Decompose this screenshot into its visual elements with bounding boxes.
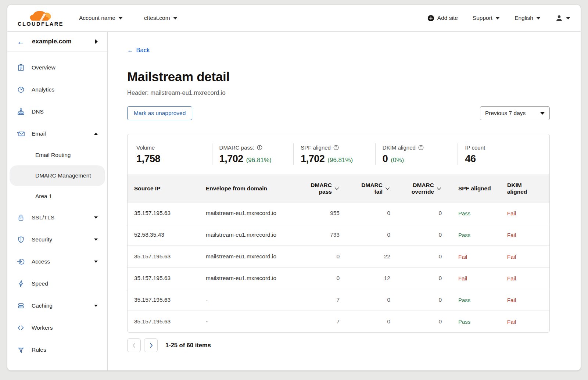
sidebar-site-name[interactable]: example.com — [32, 38, 88, 45]
info-icon[interactable] — [257, 145, 262, 150]
sidebar-item-workers[interactable]: Workers — [7, 317, 107, 339]
column-header-dmarc-override[interactable]: DMARC override — [393, 182, 445, 195]
stat-value: 1,702 — [301, 153, 325, 165]
add-site-button[interactable]: Add site — [427, 15, 458, 22]
site-menu-label: cftest.com — [144, 15, 170, 21]
cloudflare-logo[interactable]: CLOUDFLARE — [18, 9, 64, 27]
stat-value: 1,702 — [219, 153, 243, 165]
sidebar-item-ssl-tls[interactable]: SSL/TLS — [7, 207, 107, 229]
sidebar-item-analytics[interactable]: Analytics — [7, 79, 107, 101]
pie-chart-icon — [17, 86, 25, 94]
table-row[interactable]: 35.157.195.63 - 7 0 0 Pass Fail — [128, 289, 549, 311]
table-row[interactable]: 35.157.195.63 mailstream-eu1.mxrecord.io… — [128, 202, 549, 224]
stat-value: 46 — [465, 153, 476, 165]
sidebar-item-dns[interactable]: DNS — [7, 101, 107, 123]
table-row[interactable]: 35.157.195.63 - 7 0 0 Pass Fail — [128, 311, 549, 332]
cell-source-ip: 35.157.195.63 — [128, 297, 199, 303]
sidebar: ← example.com Overview — [7, 32, 108, 370]
table-row[interactable]: 52.58.35.43 mailstream-eu1.mxrecord.io 7… — [128, 224, 549, 245]
column-header-source-ip: Source IP — [128, 185, 199, 192]
sidebar-site-header: ← example.com — [7, 32, 107, 51]
cell-spf-aligned: Pass — [445, 232, 501, 238]
sidebar-item-label: DNS — [32, 108, 98, 115]
table-row[interactable]: 35.157.195.63 mailstream-eu1.mxrecord.io… — [128, 245, 549, 267]
stat-ip-count: IP count 46 — [458, 143, 549, 165]
mark-unapproved-button[interactable]: Mark as unapproved — [127, 106, 192, 120]
sidebar-item-email-routing[interactable]: Email Routing — [7, 145, 107, 165]
column-label: SPF aligned — [458, 185, 491, 192]
back-arrow-icon[interactable]: ← — [17, 38, 25, 46]
cell-source-ip: 52.58.35.43 — [128, 232, 199, 238]
sidebar-item-speed[interactable]: Speed — [7, 273, 107, 295]
code-brackets-icon — [17, 324, 25, 332]
column-label: DMARC pass — [308, 182, 332, 195]
back-arrow-icon: ← — [127, 47, 133, 54]
chevron-up-icon — [94, 133, 98, 135]
sidebar-item-dmarc-management[interactable]: DMARC Management — [10, 165, 105, 186]
column-header-spf-aligned: SPF aligned — [445, 185, 501, 192]
sidebar-item-security[interactable]: Security — [7, 229, 107, 251]
date-range-select[interactable]: Previous 7 days — [480, 106, 550, 120]
column-header-dmarc-pass[interactable]: DMARC pass — [295, 182, 343, 195]
cell-dmarc-override: 0 — [393, 318, 445, 325]
sidebar-item-email[interactable]: Email — [7, 123, 107, 145]
table-row[interactable]: 35.157.195.63 mailstream-eu1.mxrecord.io… — [128, 267, 549, 289]
pagination: 1-25 of 60 items — [127, 338, 550, 352]
column-header-envelope: Envelope from domain — [199, 185, 295, 192]
cell-envelope-domain: mailstream-eu1.mxrecord.io — [199, 232, 295, 238]
site-menu[interactable]: cftest.com — [144, 15, 178, 21]
chevron-down-icon — [94, 261, 98, 263]
info-icon[interactable] — [333, 145, 339, 150]
stat-label: SPF aligned — [301, 144, 331, 151]
sidebar-item-caching[interactable]: Caching — [7, 295, 107, 317]
cell-dmarc-override: 0 — [393, 232, 445, 238]
cell-dmarc-fail: 0 — [343, 210, 393, 216]
cell-envelope-domain: mailstream-eu1.mxrecord.io — [199, 275, 295, 282]
chevron-down-icon — [540, 112, 545, 115]
cell-spf-aligned: Pass — [445, 319, 501, 325]
cell-dmarc-pass: 7 — [295, 297, 343, 303]
account-menu[interactable]: Account name — [79, 15, 123, 21]
language-label: English — [514, 15, 533, 21]
next-page-button[interactable] — [144, 338, 158, 352]
sidebar-item-label: Access — [32, 258, 87, 265]
cell-dmarc-fail: 22 — [343, 253, 393, 260]
chevron-down-icon — [495, 17, 500, 19]
stat-spf-aligned: SPF aligned 1,702 (96.81%) — [293, 143, 375, 165]
sidebar-item-area-1[interactable]: Area 1 — [7, 186, 107, 207]
chevron-down-icon — [566, 17, 570, 19]
info-icon[interactable] — [418, 145, 424, 150]
support-menu[interactable]: Support — [473, 15, 500, 21]
access-arrow-icon — [17, 258, 25, 266]
cell-spf-aligned: Pass — [445, 210, 501, 216]
sidebar-item-label: Email Routing — [35, 152, 71, 158]
user-menu[interactable] — [555, 14, 570, 22]
clipboard-icon — [17, 64, 25, 72]
sidebar-item-rules[interactable]: Rules — [7, 339, 107, 361]
sidebar-item-label: DMARC Management — [35, 172, 91, 179]
sidebar-item-label: Analytics — [32, 86, 98, 93]
cell-source-ip: 35.157.195.63 — [128, 253, 199, 260]
page-subtitle: Header: mailstream-eu1.mxrecord.io — [127, 89, 581, 96]
previous-page-button[interactable] — [127, 338, 141, 352]
chevron-down-icon — [173, 17, 178, 19]
stat-value: 0 — [383, 153, 388, 165]
stat-volume: Volume 1,758 — [128, 143, 212, 165]
chevron-right-icon[interactable] — [95, 39, 98, 44]
column-label: DKIM aligned — [507, 182, 531, 195]
cell-dmarc-pass: 733 — [295, 232, 343, 238]
sidebar-item-overview[interactable]: Overview — [7, 57, 107, 79]
column-header-dmarc-fail[interactable]: DMARC fail — [343, 182, 393, 195]
sidebar-item-access[interactable]: Access — [7, 251, 107, 273]
stat-percent: (96.81%) — [246, 157, 272, 164]
sidebar-item-label: Security — [32, 236, 87, 243]
language-menu[interactable]: English — [514, 15, 541, 21]
sidebar-item-label: Area 1 — [35, 193, 52, 200]
cell-dmarc-pass: 7 — [295, 318, 343, 325]
back-link[interactable]: ← Back — [127, 47, 150, 54]
cell-dkim-aligned: Fail — [501, 210, 550, 216]
add-circle-icon — [427, 15, 434, 22]
column-header-dkim-aligned: DKIM aligned — [501, 182, 550, 195]
network-tree-icon — [17, 108, 25, 116]
cloudflare-wordmark: CLOUDFLARE — [18, 21, 64, 27]
